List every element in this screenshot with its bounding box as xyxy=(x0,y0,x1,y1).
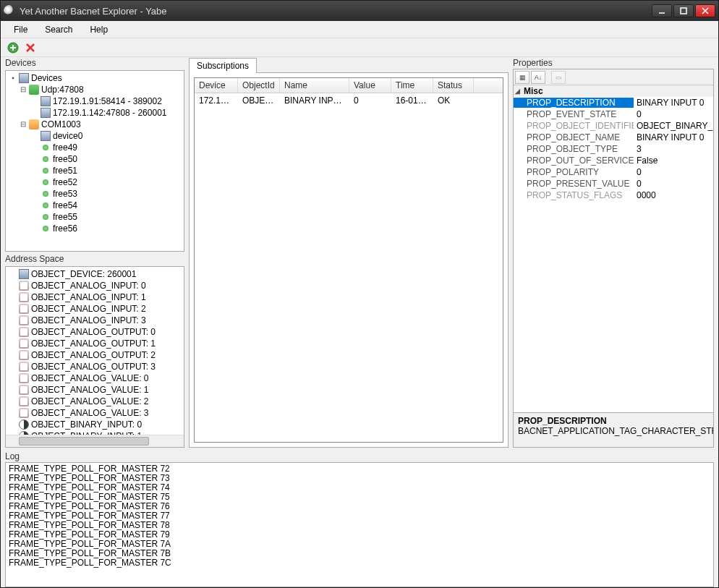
tree-free[interactable]: free51 xyxy=(6,165,184,176)
address-item[interactable]: OBJECT_ANALOG_OUTPUT: 1 xyxy=(6,338,184,349)
property-row[interactable]: PROP_PRESENT_VALUE0 xyxy=(514,178,713,189)
free-icon xyxy=(43,214,48,220)
address-item[interactable]: OBJECT_ANALOG_VALUE: 2 xyxy=(6,396,184,407)
address-item[interactable]: OBJECT_ANALOG_VALUE: 3 xyxy=(6,407,184,419)
object-icon xyxy=(19,419,29,430)
property-row[interactable]: PROP_STATUS_FLAGS0000 xyxy=(514,189,713,201)
menu-search[interactable]: Search xyxy=(38,22,80,37)
object-icon xyxy=(19,315,29,325)
object-icon xyxy=(19,373,29,383)
tree-free[interactable]: free55 xyxy=(6,211,184,223)
property-row[interactable]: PROP_POLARITY0 xyxy=(514,166,713,178)
object-icon xyxy=(19,408,29,418)
col-name[interactable]: Name xyxy=(280,78,349,93)
tab-subscriptions[interactable]: Subscriptions xyxy=(189,58,257,73)
address-item[interactable]: OBJECT_DEVICE: 260001 xyxy=(6,268,184,280)
log-panel[interactable]: FRAME_TYPE_POLL_FOR_MASTER 72FRAME_TYPE_… xyxy=(5,462,714,587)
object-icon xyxy=(19,350,29,360)
tree-com[interactable]: ⊟COM1003 xyxy=(6,119,184,130)
object-icon xyxy=(19,292,29,302)
app-icon xyxy=(4,5,15,17)
window-title: Yet Another Bacnet Explorer - Yabe xyxy=(20,6,652,17)
free-icon xyxy=(43,145,48,150)
property-row[interactable]: PROP_OUT_OF_SERVICEFalse xyxy=(514,155,713,166)
prop-desc-title: PROP_DESCRIPTION xyxy=(518,416,709,426)
device-icon xyxy=(41,108,51,118)
tree-udp[interactable]: ⊟Udp:47808 xyxy=(6,84,184,95)
add-button[interactable] xyxy=(7,41,20,54)
object-icon xyxy=(19,269,29,279)
tree-free[interactable]: free52 xyxy=(6,176,184,188)
subscription-row[interactable]: 172.19.1...OBJEC... BINARY INPU...0 16-0… xyxy=(195,93,503,108)
address-item[interactable]: OBJECT_ANALOG_OUTPUT: 3 xyxy=(6,361,184,372)
address-item[interactable]: OBJECT_ANALOG_INPUT: 2 xyxy=(6,303,184,315)
log-line: FRAME_TYPE_POLL_FOR_MASTER 7C xyxy=(9,558,710,568)
tree-free[interactable]: free49 xyxy=(6,142,184,153)
tree-root[interactable]: ▪Devices xyxy=(6,72,184,84)
devices-label: Devices xyxy=(5,57,184,69)
property-row[interactable]: PROP_DESCRIPTIONBINARY INPUT 0 xyxy=(514,97,713,108)
tree-free[interactable]: free50 xyxy=(6,153,184,165)
address-item[interactable]: OBJECT_ANALOG_INPUT: 0 xyxy=(6,280,184,291)
free-icon xyxy=(43,156,48,162)
address-item[interactable]: OBJECT_ANALOG_OUTPUT: 0 xyxy=(6,326,184,338)
prop-pages-button: ▭ xyxy=(551,71,566,84)
tree-device[interactable]: 172.19.1.91:58414 - 389002 xyxy=(6,95,184,107)
menu-help[interactable]: Help xyxy=(82,22,115,37)
prop-category[interactable]: ◢Misc xyxy=(514,85,713,97)
log-label: Log xyxy=(5,451,714,462)
subscriptions-header: Device ObjectId Name Value Time Status xyxy=(195,78,503,93)
free-icon xyxy=(43,191,48,197)
device-icon xyxy=(41,96,51,106)
free-icon xyxy=(43,203,48,208)
svg-rect-1 xyxy=(681,8,686,14)
prop-desc-body: BACNET_APPLICATION_TAG_CHARACTER_STRING xyxy=(518,426,709,436)
toolbar xyxy=(1,38,718,57)
maximize-button[interactable] xyxy=(673,4,694,17)
free-icon xyxy=(43,168,48,174)
tree-free[interactable]: free53 xyxy=(6,188,184,200)
property-row[interactable]: PROP_EVENT_STATE0 xyxy=(514,108,713,120)
property-row[interactable]: PROP_OBJECT_TYPE3 xyxy=(514,143,713,155)
com-icon xyxy=(29,119,39,129)
col-value[interactable]: Value xyxy=(349,78,391,93)
address-item[interactable]: OBJECT_ANALOG_INPUT: 3 xyxy=(6,315,184,326)
col-objectid[interactable]: ObjectId xyxy=(238,78,280,93)
delete-button[interactable] xyxy=(24,41,37,54)
address-item[interactable]: OBJECT_ANALOG_VALUE: 0 xyxy=(6,372,184,384)
col-status[interactable]: Status xyxy=(433,78,474,93)
address-item[interactable]: OBJECT_ANALOG_VALUE: 1 xyxy=(6,384,184,396)
tree-free[interactable]: free56 xyxy=(6,223,184,234)
property-row[interactable]: PROP_OBJECT_NAMEBINARY INPUT 0 xyxy=(514,132,713,143)
free-icon xyxy=(43,226,48,231)
property-description: PROP_DESCRIPTION BACNET_APPLICATION_TAG_… xyxy=(514,412,713,447)
subscriptions-panel: Device ObjectId Name Value Time Status 1… xyxy=(189,72,509,448)
network-icon xyxy=(29,85,39,95)
object-icon xyxy=(19,362,29,372)
col-time[interactable]: Time xyxy=(391,78,433,93)
minimize-button[interactable] xyxy=(652,4,672,17)
menu-file[interactable]: File xyxy=(7,22,35,37)
properties-label: Properties xyxy=(513,57,714,69)
devices-panel: ▪Devices⊟Udp:47808172.19.1.91:58414 - 38… xyxy=(5,70,184,252)
address-space-panel: OBJECT_DEVICE: 260001OBJECT_ANALOG_INPUT… xyxy=(5,266,184,448)
address-item[interactable]: OBJECT_ANALOG_OUTPUT: 2 xyxy=(6,349,184,361)
address-item[interactable]: OBJECT_BINARY_INPUT: 0 xyxy=(6,419,184,430)
col-device[interactable]: Device xyxy=(195,78,238,93)
close-button[interactable] xyxy=(695,4,715,17)
properties-panel: ▦ A↓ ▭ ◢Misc PROP_DESCRIPTIONBINARY INPU… xyxy=(513,69,714,448)
object-icon xyxy=(19,338,29,349)
address-hscroll[interactable] xyxy=(6,435,184,447)
app-window: Yet Another Bacnet Explorer - Yabe File … xyxy=(0,0,719,588)
menubar: File Search Help xyxy=(1,21,718,38)
prop-categorized-button[interactable]: ▦ xyxy=(515,71,529,84)
tree-free[interactable]: free54 xyxy=(6,200,184,211)
property-row[interactable]: PROP_OBJECT_IDENTIFIEROBJECT_BINARY_I xyxy=(514,120,713,132)
object-icon xyxy=(19,281,29,291)
prop-sort-button[interactable]: A↓ xyxy=(531,71,545,84)
tree-device[interactable]: 172.19.1.142:47808 - 260001 xyxy=(6,107,184,119)
address-space-label: Address Space xyxy=(5,253,184,265)
titlebar[interactable]: Yet Another Bacnet Explorer - Yabe xyxy=(1,1,718,21)
tree-device[interactable]: device0 xyxy=(6,130,184,142)
address-item[interactable]: OBJECT_ANALOG_INPUT: 1 xyxy=(6,291,184,303)
